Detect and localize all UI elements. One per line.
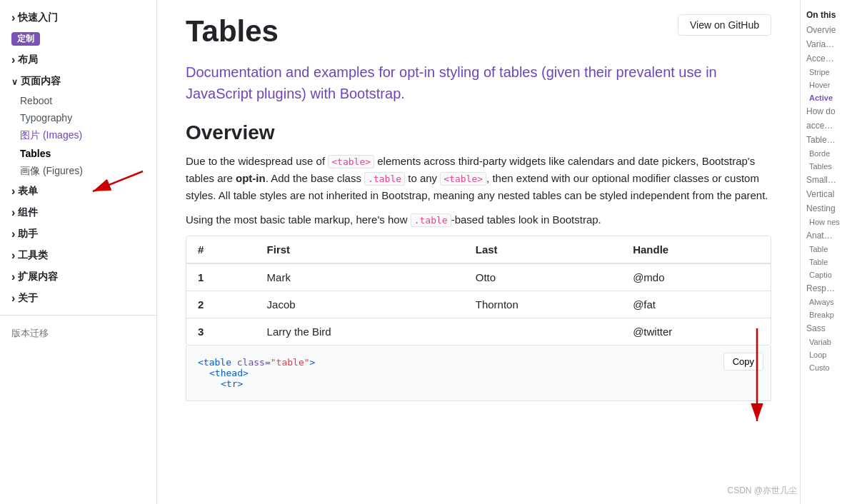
- chevron-right-icon-layout: [11, 54, 15, 66]
- sidebar-group-page-content[interactable]: 页面内容: [0, 71, 156, 92]
- toc-item-overview[interactable]: Overvie: [801, 23, 843, 37]
- cell-first: Jacob: [256, 291, 464, 318]
- table-row: 2 Jacob Thornton @fat: [186, 291, 771, 318]
- cell-last: Otto: [464, 263, 621, 291]
- toc-item-smallta[interactable]: Small ta: [801, 173, 843, 187]
- col-header-num: #: [186, 236, 256, 263]
- sidebar-item-customize[interactable]: 定制: [0, 29, 156, 49]
- toc-sidebar: On this Overvie Variants Accente Stripe …: [800, 0, 843, 504]
- chevron-right-icon-helpers: [11, 228, 15, 241]
- chevron-right-icon-components: [11, 206, 15, 219]
- toc-sub-active[interactable]: Active: [801, 91, 843, 104]
- code-line-2: <thead>: [198, 368, 759, 378]
- sidebar-item-images[interactable]: 图片 (Images): [0, 126, 156, 145]
- table-head: # First Last Handle: [186, 236, 771, 263]
- overview-title: Overview: [186, 121, 771, 144]
- sidebar-item-quickstart[interactable]: 快速入门: [0, 7, 156, 29]
- cell-handle: @twitter: [621, 318, 771, 346]
- toc-item-anatomy[interactable]: Anatomy: [801, 228, 843, 243]
- toc-title: On this: [801, 7, 843, 23]
- cell-handle: @fat: [621, 291, 771, 318]
- toc-item-accented[interactable]: Accente: [801, 51, 843, 66]
- overview-para2: Using the most basic table markup, here'…: [186, 211, 771, 228]
- table-row: 1 Mark Otto @mdo: [186, 263, 771, 291]
- chevron-right-icon-extend: [11, 271, 15, 283]
- customize-badge[interactable]: 定制: [11, 32, 40, 46]
- cell-first: Larry the Bird: [256, 318, 464, 346]
- page-subtitle: Documentation and examples for opt-in st…: [186, 61, 771, 104]
- toc-item-tablebo[interactable]: Table bo: [801, 133, 843, 147]
- sidebar-item-layout[interactable]: 布局: [0, 49, 156, 71]
- cell-num: 2: [186, 291, 256, 318]
- sidebar-item-about[interactable]: 关于: [0, 288, 156, 309]
- toc-sub-table2[interactable]: Table: [801, 256, 843, 268]
- toc-sub-stripe[interactable]: Stripe: [801, 66, 843, 79]
- sidebar-divider: [0, 315, 156, 316]
- sidebar-item-forms[interactable]: 表单: [0, 181, 156, 202]
- toc-item-nesting[interactable]: Nesting: [801, 201, 843, 216]
- view-github-button[interactable]: View on GitHub: [678, 14, 771, 36]
- chevron-right-icon-forms: [11, 185, 15, 198]
- table-body: 1 Mark Otto @mdo 2 Jacob Thornton @fat 3…: [186, 263, 771, 345]
- toc-item-sass[interactable]: Sass: [801, 321, 843, 336]
- toc-sub-table1[interactable]: Table: [801, 243, 843, 256]
- chevron-right-icon-about: [11, 292, 15, 305]
- chevron-down-icon-page: [11, 76, 18, 87]
- toc-sub-custo[interactable]: Custo: [801, 361, 843, 374]
- toc-sub-captio[interactable]: Captio: [801, 268, 843, 281]
- watermark: CSDN @亦世几尘: [727, 485, 797, 497]
- sidebar-item-components[interactable]: 组件: [0, 202, 156, 223]
- toc-sub-loop[interactable]: Loop: [801, 348, 843, 361]
- cell-num: 3: [186, 318, 256, 346]
- sidebar-item-extend[interactable]: 扩展内容: [0, 266, 156, 288]
- code-block: Copy <table class="table"> <thead> <tr>: [186, 346, 771, 401]
- table-header-row: # First Last Handle: [186, 236, 771, 263]
- sidebar-item-tables[interactable]: Tables: [0, 145, 156, 162]
- toc-sub-hover[interactable]: Hover: [801, 79, 843, 91]
- sidebar: 快速入门 定制 布局 页面内容 Reboot Typography 图片 (Im…: [0, 0, 157, 504]
- code-line-3: <tr>: [198, 378, 759, 389]
- chevron-right-icon-utilities: [11, 249, 15, 262]
- col-header-handle: Handle: [621, 236, 771, 263]
- toc-item-variants[interactable]: Variants: [801, 37, 843, 51]
- table-code1: <table>: [328, 155, 374, 168]
- code-line-1: <table class="table">: [198, 357, 759, 368]
- toc-sub-tables[interactable]: Tables: [801, 160, 843, 173]
- main-content: View on GitHub Tables Documentation and …: [157, 0, 800, 504]
- sidebar-item-reboot[interactable]: Reboot: [0, 92, 156, 109]
- sidebar-item-figures[interactable]: 画像 (Figures): [0, 162, 156, 181]
- copy-button[interactable]: Copy: [723, 353, 763, 371]
- col-header-first: First: [256, 236, 464, 263]
- sidebar-item-typography[interactable]: Typography: [0, 109, 156, 126]
- cell-num: 1: [186, 263, 256, 291]
- cell-last: [464, 318, 621, 346]
- table-row: 3 Larry the Bird @twitter: [186, 318, 771, 346]
- chevron-right-icon: [11, 11, 15, 24]
- table-code3: <table>: [440, 172, 486, 186]
- toc-item-vertical[interactable]: Vertical: [801, 187, 843, 201]
- toc-sub-borde[interactable]: Borde: [801, 147, 843, 160]
- toc-item-howdo[interactable]: How do: [801, 104, 843, 119]
- overview-para1: Due to the widespread use of <table> ele…: [186, 153, 771, 204]
- sidebar-version[interactable]: 版本迁移: [0, 321, 156, 346]
- table-code2: .table: [364, 172, 405, 186]
- toc-sub-hownes[interactable]: How nes: [801, 216, 843, 228]
- col-header-last: Last: [464, 236, 621, 263]
- toc-item-respons[interactable]: Respons: [801, 281, 843, 296]
- toc-item-accented2[interactable]: accented: [801, 119, 843, 133]
- toc-sub-always[interactable]: Always: [801, 296, 843, 308]
- cell-handle: @mdo: [621, 263, 771, 291]
- table-code4: .table: [411, 213, 451, 227]
- sidebar-item-utilities[interactable]: 工具类: [0, 245, 156, 266]
- cell-first: Mark: [256, 263, 464, 291]
- toc-sub-breakp[interactable]: Breakp: [801, 308, 843, 321]
- demo-table: # First Last Handle 1 Mark Otto @mdo 2 J…: [186, 236, 771, 345]
- sidebar-item-helpers[interactable]: 助手: [0, 223, 156, 245]
- demo-table-container: # First Last Handle 1 Mark Otto @mdo 2 J…: [186, 236, 771, 346]
- cell-last: Thornton: [464, 291, 621, 318]
- toc-sub-variab[interactable]: Variab: [801, 336, 843, 348]
